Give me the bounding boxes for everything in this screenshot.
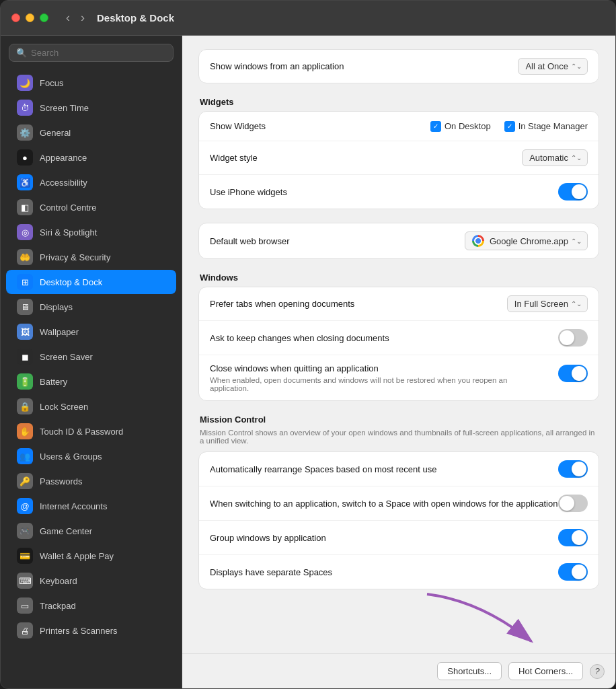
close-windows-toggle[interactable] [558,365,588,382]
sidebar-item-users-groups[interactable]: 👥Users & Groups [6,444,176,468]
sidebar-item-label-displays: Displays [40,302,73,312]
help-button[interactable]: ? [590,664,605,679]
sidebar-item-passwords[interactable]: 🔑Passwords [6,469,176,493]
sidebar-icon-displays: 🖥 [17,299,33,315]
sidebar-item-general[interactable]: ⚙️General [6,120,176,145]
chrome-icon [472,235,484,247]
shortcuts-button[interactable]: Shortcuts... [437,662,502,680]
search-input[interactable] [31,48,166,58]
windows-section-header: Windows [198,273,599,283]
sidebar-item-label-focus: Focus [40,78,63,88]
card-show-windows: Show windows from an application All at … [198,49,599,83]
row-show-widgets: Show Widgets ✓ On Desktop ✓ In Stage Man… [199,112,599,141]
search-box[interactable]: 🔍 [9,44,174,62]
sidebar-item-game-center[interactable]: 🎮Game Center [6,519,176,543]
nav-buttons: ‹ › [62,9,89,26]
minimize-button[interactable] [26,13,34,22]
sidebar-item-label-touch-id-password: Touch ID & Password [40,427,123,437]
sidebar-icon-general: ⚙️ [17,124,33,141]
browser-arrow-icon: ⌃⌄ [571,238,582,245]
sidebar-item-lock-screen[interactable]: 🔒Lock Screen [6,394,176,419]
sidebar-item-wallpaper[interactable]: 🖼Wallpaper [6,320,176,344]
sidebar-item-label-game-center: Game Center [40,526,92,536]
sidebar-icon-screen-saver: ◼ [17,349,33,365]
titlebar: ‹ › Desktop & Dock [1,1,615,36]
on-desktop-label: On Desktop [445,121,491,131]
sidebar-item-desktop-dock[interactable]: ⊞Desktop & Dock [6,270,176,294]
separate-spaces-knob [572,565,586,579]
separate-spaces-toggle[interactable] [558,563,588,581]
sidebar-item-siri-spotlight[interactable]: ◎Siri & Spotlight [6,220,176,244]
mission-control-header: Mission Control [198,414,599,425]
sidebar-item-internet-accounts[interactable]: @Internet Accounts [6,494,176,518]
sidebar-icon-wallet-apple-pay: 💳 [17,548,33,564]
sidebar-item-touch-id-password[interactable]: ✋Touch ID & Password [6,419,176,443]
group-windows-toggle[interactable] [558,529,588,546]
sidebar-item-accessibility[interactable]: ♿Accessibility [6,170,176,194]
sidebar-icon-wallpaper: 🖼 [17,324,33,340]
show-windows-dropdown[interactable]: All at Once ⌃⌄ [518,58,588,75]
default-browser-dropdown[interactable]: Google Chrome.app ⌃⌄ [465,231,588,250]
ask-keep-changes-label: Ask to keep changes when closing documen… [210,333,558,343]
bottom-bar: Shortcuts... Hot Corners... ? [182,653,615,688]
sidebar-item-wallet-apple-pay[interactable]: 💳Wallet & Apple Pay [6,544,176,568]
group-windows-knob [572,530,586,545]
system-preferences-window: ‹ › Desktop & Dock 🔍 🌙Focus⏱Screen Time⚙… [0,0,616,689]
hot-corners-button[interactable]: Hot Corners... [508,662,583,680]
row-show-windows: Show windows from an application All at … [199,50,599,83]
sidebar-item-focus[interactable]: 🌙Focus [6,71,176,95]
sidebar-item-label-appearance: Appearance [40,153,87,163]
maximize-button[interactable] [40,13,48,22]
row-close-windows: Close windows when quitting an applicati… [199,355,599,400]
default-browser-value: Google Chrome.app [490,236,568,246]
sidebar-item-label-users-groups: Users & Groups [40,451,102,462]
sidebar-item-control-centre[interactable]: ◧Control Centre [6,195,176,219]
sidebar-item-label-internet-accounts: Internet Accounts [40,501,107,511]
prefer-tabs-dropdown[interactable]: In Full Screen ⌃⌄ [507,295,588,312]
sidebar-item-battery[interactable]: 🔋Battery [6,369,176,394]
ask-keep-changes-toggle[interactable] [558,329,588,347]
widget-style-arrow-icon: ⌃⌄ [571,154,582,161]
widget-style-dropdown[interactable]: Automatic ⌃⌄ [522,149,588,166]
sidebar-item-screen-saver[interactable]: ◼Screen Saver [6,344,176,369]
auto-rearrange-toggle[interactable] [558,460,588,478]
sidebar-item-screen-time[interactable]: ⏱Screen Time [6,96,176,120]
forward-button[interactable]: › [77,9,89,26]
sidebar-icon-users-groups: 👥 [17,448,33,464]
widgets-section-header: Widgets [198,97,599,107]
sidebar-icon-game-center: 🎮 [17,523,33,539]
sidebar-icon-screen-time: ⏱ [17,100,33,116]
card-widgets: Show Widgets ✓ On Desktop ✓ In Stage Man… [198,111,599,209]
back-button[interactable]: ‹ [62,9,74,26]
sidebar-item-displays[interactable]: 🖥Displays [6,295,176,319]
sidebar-item-label-screen-saver: Screen Saver [40,352,93,362]
sidebar-icon-internet-accounts: @ [17,498,33,514]
group-windows-label: Group windows by application [210,533,558,543]
sidebar-items: 🌙Focus⏱Screen Time⚙️General●Appearance♿A… [1,70,182,643]
row-ask-keep-changes: Ask to keep changes when closing documen… [199,321,599,355]
sidebar-item-label-control-centre: Control Centre [40,203,97,213]
sidebar-item-printers-scanners[interactable]: 🖨Printers & Scanners [6,618,176,643]
sidebar-item-appearance[interactable]: ●Appearance [6,145,176,170]
sidebar-icon-battery: 🔋 [17,373,33,390]
traffic-lights [11,13,48,22]
sidebar-item-keyboard[interactable]: ⌨Keyboard [6,569,176,593]
sidebar-item-label-passwords: Passwords [40,476,83,486]
row-separate-spaces: Displays have separate Spaces [199,555,599,589]
sidebar-item-label-battery: Battery [40,377,67,387]
mission-control-description: Mission Control shows an overview of you… [198,429,599,445]
ask-keep-changes-knob [560,330,574,345]
sidebar-item-label-desktop-dock: Desktop & Dock [40,277,102,287]
sidebar-item-privacy-security[interactable]: 🤲Privacy & Security [6,245,176,269]
show-windows-value: All at Once [525,61,568,71]
iphone-widgets-toggle[interactable] [558,183,588,201]
in-stage-manager-label: In Stage Manager [518,121,588,131]
sidebar-item-trackpad[interactable]: ▭Trackpad [6,593,176,618]
on-desktop-checkbox[interactable]: ✓ On Desktop [430,121,491,132]
close-button[interactable] [11,13,20,22]
switch-to-space-toggle[interactable] [558,495,588,512]
in-stage-manager-checkbox[interactable]: ✓ In Stage Manager [504,121,588,132]
widget-style-value: Automatic [529,153,568,163]
sidebar-item-label-printers-scanners: Printers & Scanners [40,626,118,636]
sidebar-item-label-siri-spotlight: Siri & Spotlight [40,227,97,238]
